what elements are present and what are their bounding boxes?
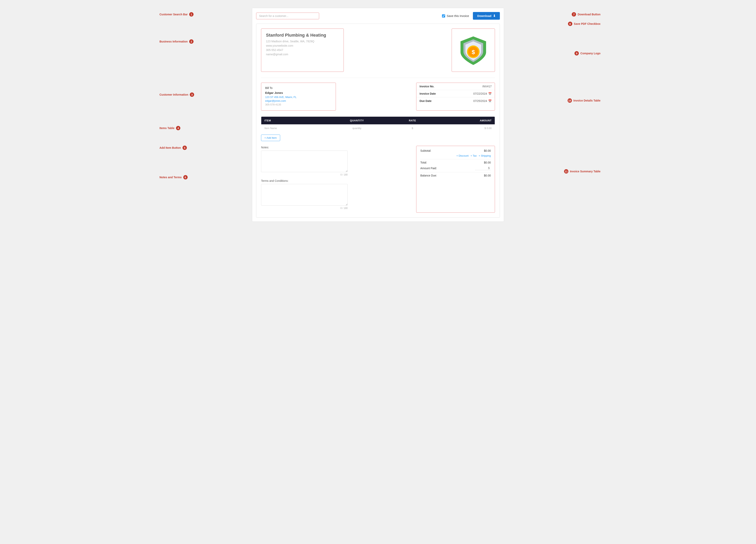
invoice-number-row: Invoice No. INV#17 bbox=[416, 83, 495, 90]
terms-textarea[interactable] bbox=[261, 184, 348, 206]
calendar-icon-date[interactable]: 📅 bbox=[488, 92, 492, 95]
download-icon: ⬇ bbox=[493, 14, 496, 18]
col-rate: RATE bbox=[390, 117, 435, 125]
summary-links: + Discount + Tax + Shipping bbox=[420, 154, 491, 157]
section-divider bbox=[261, 78, 495, 78]
invoice-date-value: 07/22/2024 📅 bbox=[473, 92, 492, 95]
notes-textarea[interactable] bbox=[261, 151, 348, 172]
item-amount-cell: $ 0.00 bbox=[435, 124, 495, 132]
business-website: www.yourwebsite.com bbox=[266, 44, 339, 47]
customer-address: 123 ST 456 AVE, Miami, FL bbox=[265, 96, 332, 99]
balance-due-label: Balance Due: bbox=[420, 174, 437, 177]
bottom-section: Notes: 0 / 180 Terms and Conditions: 0 /… bbox=[261, 146, 495, 213]
subtotal-value: $0.00 bbox=[484, 149, 491, 152]
invoice-number-label: Invoice No. bbox=[420, 85, 482, 88]
col-item: ITEM bbox=[261, 117, 324, 125]
item-name-cell: Item Name bbox=[261, 124, 324, 132]
items-table-body: Item Name quantity $ $ 0.00 bbox=[261, 124, 495, 132]
invoice-date-label: Invoice Date bbox=[420, 92, 473, 95]
business-information: Stanford Plumbing & Heating 123 Madison … bbox=[261, 29, 344, 72]
items-table-header: ITEM QUANTITY RATE AMOUNT bbox=[261, 117, 495, 125]
annotation-7: 7 Download Button bbox=[572, 12, 600, 17]
annotation-6: Notes and Terms 6 bbox=[159, 175, 188, 180]
due-date-row: Due Date 07/25/2024 📅 bbox=[416, 97, 495, 105]
total-value: $0.00 bbox=[484, 161, 491, 164]
save-label: Save this Invoice bbox=[447, 14, 469, 18]
subtotal-row: Subtotal: $0.00 bbox=[420, 149, 491, 152]
discount-link[interactable]: + Discount bbox=[456, 154, 469, 157]
company-logo: $ bbox=[452, 29, 495, 72]
due-date-label: Due Date bbox=[420, 99, 473, 103]
notes-char-count: 0 / 180 bbox=[261, 173, 348, 176]
items-table: ITEM QUANTITY RATE AMOUNT Item Name quan… bbox=[261, 117, 495, 132]
annotation-4: Items Table 4 bbox=[159, 126, 180, 130]
balance-due-value: $0.00 bbox=[484, 174, 491, 177]
amount-paid-row: Amount Paid: bbox=[420, 166, 491, 170]
terms-char-count: 0 / 180 bbox=[261, 207, 348, 210]
bill-to-label: Bill To bbox=[265, 86, 332, 90]
business-name: Stanford Plumbing & Heating bbox=[266, 33, 339, 38]
business-email: name@gmail.com bbox=[266, 53, 339, 56]
customer-search-bar[interactable] bbox=[256, 13, 319, 19]
calendar-icon-due[interactable]: 📅 bbox=[488, 99, 492, 103]
item-quantity-cell: quantity bbox=[324, 124, 390, 132]
add-item-button[interactable]: + Add Item bbox=[261, 135, 280, 141]
annotation-1: Customer Search Bar 1 bbox=[159, 12, 194, 17]
annotation-5: Add Item Button 5 bbox=[159, 146, 187, 150]
customer-name: Edgar Jones bbox=[265, 91, 332, 94]
table-row: Item Name quantity $ $ 0.00 bbox=[261, 124, 495, 132]
annotation-2: Business Information 2 bbox=[159, 39, 194, 44]
top-section: Stanford Plumbing & Heating 123 Madison … bbox=[261, 29, 495, 72]
customer-phone: 305-578-4135 bbox=[265, 103, 332, 106]
balance-due-row: Balance Due: $0.00 bbox=[420, 174, 491, 177]
shipping-link[interactable]: + Shipping bbox=[479, 154, 491, 157]
total-row: Total: $0.00 bbox=[420, 161, 491, 164]
annotation-9: 9 Company Logo bbox=[574, 51, 600, 56]
annotation-3: Customer Information 3 bbox=[159, 93, 194, 97]
annotation-11: 11 Invoice Summary Table bbox=[564, 169, 600, 174]
invoice-container: Save this Invoice Download ⬇ Stanford Pl… bbox=[252, 8, 504, 222]
annotation-8: 8 Save PDF Checkbox bbox=[568, 22, 600, 26]
notes-label: Notes: bbox=[261, 146, 348, 149]
tax-link[interactable]: + Tax bbox=[471, 154, 477, 157]
invoice-details-table: Invoice No. INV#17 Invoice Date 07/22/20… bbox=[416, 83, 495, 111]
svg-text:$: $ bbox=[472, 49, 475, 55]
download-label: Download bbox=[477, 14, 491, 18]
col-amount: AMOUNT bbox=[435, 117, 495, 125]
add-item-label: + Add Item bbox=[264, 136, 277, 139]
amount-paid-label: Amount Paid: bbox=[420, 167, 437, 170]
amount-paid-input[interactable] bbox=[475, 166, 491, 170]
invoice-number-value: INV#17 bbox=[482, 85, 492, 88]
subtotal-label: Subtotal: bbox=[420, 149, 431, 152]
save-pdf-checkbox[interactable] bbox=[442, 14, 445, 18]
col-quantity: QUANTITY bbox=[324, 117, 390, 125]
annotation-10: 10 Invoice Details Table bbox=[568, 98, 600, 103]
download-button[interactable]: Download ⬇ bbox=[473, 12, 500, 20]
business-phone: 305-552-4547 bbox=[266, 48, 339, 52]
invoice-date-row: Invoice Date 07/22/2024 📅 bbox=[416, 90, 495, 97]
header-row: Save this Invoice Download ⬇ bbox=[256, 12, 500, 20]
invoice-summary-table: Subtotal: $0.00 + Discount + Tax + Shipp… bbox=[416, 146, 495, 213]
middle-section: Bill To Edgar Jones 123 ST 456 AVE, Miam… bbox=[261, 83, 495, 111]
logo-shield-svg: $ bbox=[458, 34, 489, 66]
terms-label: Terms and Conditions: bbox=[261, 179, 348, 182]
business-address: 123 Madison drive, Seattle, WA, 7829Q bbox=[266, 40, 339, 43]
invoice-area: Stanford Plumbing & Heating 123 Madison … bbox=[256, 24, 500, 218]
due-date-value: 07/25/2024 📅 bbox=[473, 99, 492, 103]
notes-and-terms: Notes: 0 / 180 Terms and Conditions: 0 /… bbox=[261, 146, 348, 213]
total-label: Total: bbox=[420, 161, 427, 164]
save-pdf-checkbox-group: Save this Invoice bbox=[442, 14, 469, 18]
customer-information: Bill To Edgar Jones 123 ST 456 AVE, Miam… bbox=[261, 83, 336, 111]
item-rate-cell: $ bbox=[390, 124, 435, 132]
items-section: ITEM QUANTITY RATE AMOUNT Item Name quan… bbox=[261, 117, 495, 141]
customer-email: edgar@jones.com bbox=[265, 99, 332, 102]
